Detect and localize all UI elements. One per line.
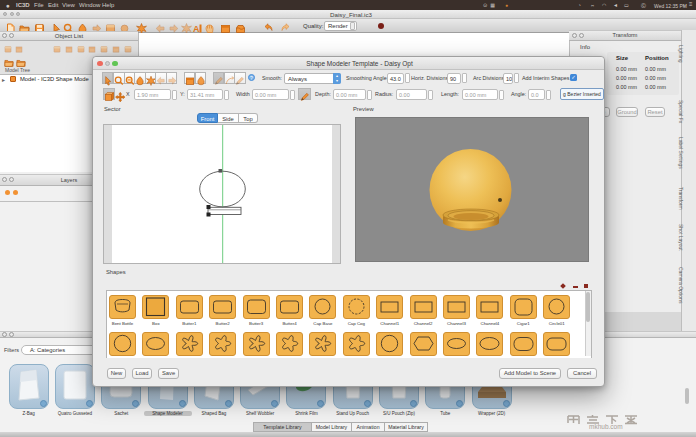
svg-text:mkhub.com: mkhub.com	[589, 423, 623, 430]
